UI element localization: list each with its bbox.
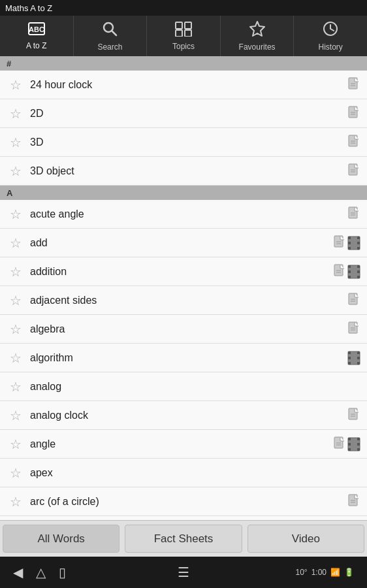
item-icons <box>333 264 360 280</box>
doc-icon <box>333 436 346 452</box>
svg-rect-7 <box>185 30 191 37</box>
item-label: 3D <box>30 137 347 148</box>
svg-rect-35 <box>357 242 360 244</box>
star-icon[interactable]: ☆ <box>7 291 25 310</box>
all-words-tab[interactable]: All Words <box>3 525 120 553</box>
svg-rect-55 <box>348 357 351 359</box>
star-icon[interactable]: ☆ <box>7 320 25 338</box>
doc-icon <box>347 494 360 510</box>
doc-icon <box>333 264 346 280</box>
svg-rect-31 <box>348 237 351 239</box>
star-icon[interactable]: ☆ <box>7 76 25 94</box>
list-item[interactable]: ☆ 3D <box>0 128 367 157</box>
android-nav-mid: ☰ <box>127 564 240 580</box>
star-icon[interactable]: ☆ <box>7 263 25 281</box>
star-icon[interactable]: ☆ <box>7 205 25 223</box>
doc-icon <box>333 235 346 251</box>
atoz-icon: ABC <box>27 22 46 39</box>
star-icon[interactable]: ☆ <box>7 162 25 180</box>
svg-rect-6 <box>176 30 182 37</box>
nav-topics[interactable]: Topics <box>147 16 221 56</box>
star-icon[interactable]: ☆ <box>7 493 25 511</box>
film-icon <box>347 264 360 280</box>
item-icons <box>333 436 360 452</box>
item-label: apex <box>30 467 360 479</box>
nav-bar: ABC A to Z Search Topics <box>0 16 367 56</box>
temp-display: 10° <box>295 568 307 577</box>
fact-sheets-tab[interactable]: Fact Sheets <box>125 525 242 553</box>
list-item[interactable]: ☆ 3D object <box>0 157 367 186</box>
nav-favourites[interactable]: Favourites <box>221 16 295 56</box>
favourites-label: Favourites <box>239 42 276 52</box>
star-icon[interactable]: ☆ <box>7 133 25 152</box>
item-icons <box>347 408 360 423</box>
history-label: History <box>319 42 343 52</box>
doc-icon <box>347 106 360 122</box>
video-tab[interactable]: Video <box>247 525 364 553</box>
menu-button[interactable]: ☰ <box>178 564 189 580</box>
time-display: 1:00 <box>311 568 327 577</box>
svg-rect-32 <box>348 242 351 244</box>
svg-rect-46 <box>357 276 360 278</box>
svg-rect-70 <box>357 438 360 440</box>
topics-label: Topics <box>172 42 195 51</box>
nav-history[interactable]: History <box>294 16 367 56</box>
film-icon <box>347 436 360 452</box>
battery-icon: 🔋 <box>344 568 354 577</box>
item-label: 24 hour clock <box>30 79 347 91</box>
list-item[interactable]: ☆ apex <box>0 459 367 487</box>
doc-icon <box>347 135 360 150</box>
list-item[interactable]: ☆ algebra <box>0 315 367 344</box>
list-item[interactable]: ☆ acute angle <box>0 200 367 229</box>
item-label: addition <box>30 266 333 278</box>
nav-search[interactable]: Search <box>74 16 148 56</box>
star-icon[interactable]: ☆ <box>7 349 25 367</box>
list-item[interactable]: ☆ analog <box>0 372 367 401</box>
item-icons <box>347 321 360 337</box>
list-item[interactable]: ☆ addition <box>0 257 367 286</box>
svg-marker-8 <box>250 22 264 36</box>
doc-icon <box>347 408 360 423</box>
svg-rect-4 <box>176 22 182 29</box>
home-button[interactable]: △ <box>36 564 46 580</box>
list-item[interactable]: ☆ 24 hour clock <box>0 71 367 99</box>
svg-rect-34 <box>357 237 360 239</box>
nav-atoz[interactable]: ABC A to Z <box>0 16 74 56</box>
star-icon[interactable]: ☆ <box>7 105 25 123</box>
star-icon[interactable]: ☆ <box>7 234 25 252</box>
search-icon <box>101 20 118 40</box>
wifi-icon: 📶 <box>330 568 340 577</box>
svg-line-11 <box>330 29 334 31</box>
star-icon[interactable]: ☆ <box>7 378 25 396</box>
doc-icon <box>347 77 360 93</box>
item-icons <box>347 77 360 93</box>
svg-line-3 <box>112 31 116 35</box>
status-area: 10° 1:00 📶 🔋 <box>295 568 354 577</box>
list-item[interactable]: ☆ arc (of a circle) <box>0 487 367 516</box>
list-item[interactable]: ☆ 2D <box>0 99 367 128</box>
back-button[interactable]: ◀ <box>13 564 23 580</box>
atoz-label: A to Z <box>26 41 46 50</box>
list-item[interactable]: ☆ analog clock <box>0 401 367 430</box>
android-nav-bar: ◀ △ ▯ ☰ 10° 1:00 📶 🔋 <box>0 557 367 588</box>
item-label: arc (of a circle) <box>30 496 347 508</box>
star-icon[interactable]: ☆ <box>7 464 25 482</box>
item-icons <box>333 235 360 251</box>
history-icon <box>322 20 339 40</box>
title-bar: Maths A to Z <box>0 0 367 16</box>
item-label: adjacent sides <box>30 295 347 306</box>
item-icons <box>347 350 360 366</box>
list-item[interactable]: ☆ add <box>0 229 367 257</box>
list-item[interactable]: ☆ angle <box>0 430 367 459</box>
doc-icon <box>347 206 360 222</box>
star-icon[interactable]: ☆ <box>7 435 25 453</box>
svg-rect-71 <box>357 443 360 446</box>
svg-rect-54 <box>348 351 351 354</box>
list-item[interactable]: ☆ adjacent sides <box>0 286 367 315</box>
list-item[interactable]: ☆ algorithm <box>0 344 367 372</box>
item-label: 3D object <box>30 165 347 177</box>
star-icon[interactable]: ☆ <box>7 406 25 425</box>
word-list: # ☆ 24 hour clock ☆ 2D ☆ 3D ☆ 3D object … <box>0 56 367 520</box>
recents-button[interactable]: ▯ <box>59 564 66 580</box>
svg-rect-57 <box>357 351 360 354</box>
